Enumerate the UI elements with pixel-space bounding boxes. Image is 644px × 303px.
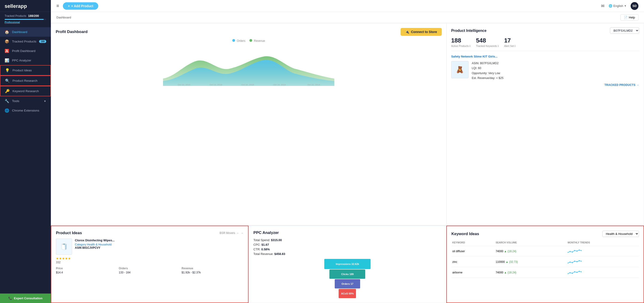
expert-label: Expert Consultation: [14, 297, 42, 300]
product-intelligence-panel: Product Intelligence B07FSXLMD2 188 Acti…: [446, 23, 644, 225]
asin-select[interactable]: B07FSXLMD2: [610, 27, 639, 34]
help-button[interactable]: 📄 Help: [620, 14, 638, 20]
expert-consultation-button[interactable]: 📞 Expert Consultation: [0, 294, 51, 303]
svg-point-8: [574, 250, 575, 251]
svg-point-15: [574, 261, 575, 262]
bsr-movers: BSR Movers ← →: [220, 231, 244, 235]
active-products-stat: 188 Active Products ℹ: [451, 37, 470, 47]
add-product-button[interactable]: + + Add Product: [63, 2, 98, 10]
svg-point-13: [569, 262, 570, 263]
product-metrics: Price Orders Revenue $14.4 133 - 164 $1.…: [56, 267, 244, 274]
connect-label: Connect to Store: [411, 30, 437, 34]
kw-name: oil diffuser: [452, 246, 495, 257]
alert-set-stat: 17 Alert Set ℹ: [504, 37, 516, 47]
sidebar-item-tracked-products[interactable]: 📦 Tracked Products 188: [0, 37, 51, 46]
intel-panel-header: Product Intelligence B07FSXLMD2: [451, 27, 639, 34]
tracked-products-link[interactable]: TRACKED PRODUCTS →: [451, 83, 639, 87]
svg-text:Oct 22, 2018: Oct 22, 2018: [308, 83, 320, 86]
orders-legend: Orders: [232, 39, 245, 42]
sidebar-item-ppc-analyzer[interactable]: 📊 PPC Analyzer: [0, 56, 51, 65]
mail-icon[interactable]: ✉: [601, 3, 604, 8]
svg-point-20: [569, 272, 570, 274]
language-selector[interactable]: 🌐 English ▼: [609, 4, 626, 8]
logo-text: sellerapp: [4, 3, 27, 9]
tracked-products-icon: 📦: [4, 39, 9, 44]
product-ideas-title: Product Ideas: [56, 231, 82, 235]
category-select[interactable]: Health & Household: [602, 231, 639, 237]
svg-point-18: [581, 261, 582, 262]
revenue-label: Revenue: [182, 267, 244, 270]
keyword-row: airborne 74000 ▲ (18.24): [452, 267, 639, 278]
tracked-products-header: Tracked Products 188/200: [0, 12, 51, 18]
tracked-count: 188/200: [28, 14, 39, 17]
kw-trend-chart: [567, 257, 639, 267]
funnel-clicks: Clicks 189: [330, 270, 365, 279]
sidebar-item-tools[interactable]: 🔧 Tools ▼: [0, 96, 51, 106]
trend-indicator: ▲ (18.24): [504, 271, 516, 274]
intel-product-link[interactable]: Safety Network Slime KIT Girls...: [451, 55, 639, 58]
svg-text:Oct 19, 2018: Oct 19, 2018: [273, 83, 286, 86]
svg-point-21: [572, 273, 573, 274]
sidebar-item-keyword-research[interactable]: 🔑 Keyword Research: [0, 86, 51, 96]
kw-name: airborne: [452, 267, 495, 278]
topbar-right: ✉ 🌐 English ▼ SD: [601, 2, 638, 10]
product-info: Clorox Disinfecting Wipes... Category He…: [75, 239, 244, 250]
language-label: English: [613, 4, 623, 8]
chrome-icon: 🌐: [4, 108, 9, 113]
tracked-keywords-stat: 548 Tracked Keywords ℹ: [476, 37, 498, 47]
tracked-badge: 188: [39, 40, 46, 43]
menu-icon[interactable]: ≡: [56, 3, 59, 8]
funnel-orders: Orders 17: [335, 279, 360, 289]
trend-sparkline: [568, 259, 582, 264]
main-content: ≡ + + Add Product ✉ 🌐 English ▼ SD Dashb…: [51, 0, 644, 303]
kw-col-vol: SEARCH VOLUME: [495, 240, 567, 246]
keyword-ideas-panel: Keyword Ideas Health & Household KEYWORD…: [446, 226, 644, 303]
ppc-stats: Total Spend: $315.00 CPC: $1.67 CTR: 0.5…: [253, 238, 441, 256]
ppc-icon: 📊: [4, 58, 9, 63]
svg-point-16: [576, 261, 578, 262]
info-icon: ℹ: [470, 44, 470, 47]
info-icon: ℹ: [498, 44, 498, 47]
ppc-analyzer-panel: PPC Analyzer Total Spend: $315.00 CPC: $…: [248, 226, 446, 303]
kw-col-trends: MONTHLY TRENDS: [567, 240, 639, 246]
product-rating-row: ★★★★★ 332: [56, 257, 244, 264]
product-card: 🧻 Clorox Disinfecting Wipes... Category …: [56, 239, 244, 255]
bsr-right-arrow[interactable]: →: [241, 231, 244, 235]
dashboard-grid: Profit Dashboard 🔌 Connect to Store Orde…: [51, 23, 644, 225]
sidebar-item-label: PPC Analyzer: [12, 59, 31, 62]
trend-indicator: ▲ (18.24): [504, 250, 516, 253]
cpc-stat: CPC: $1.67: [253, 243, 441, 246]
sidebar-item-dashboard[interactable]: 🏠 Dashboard: [0, 27, 51, 37]
plug-icon: 🔌: [405, 30, 409, 34]
intel-product-card: 🧸 ASIN: B07FSXLMD2 LQI: 60 Opportunity: …: [451, 61, 639, 81]
sidebar-item-profit-dashboard[interactable]: 🅰️ Profit Dashboard: [0, 46, 51, 56]
keyword-table: KEYWORD SEARCH VOLUME MONTHLY TRENDS oil…: [452, 240, 639, 278]
topbar: ≡ + + Add Product ✉ 🌐 English ▼ SD: [51, 0, 644, 12]
keyword-row: oil diffuser 74000 ▲ (18.24): [452, 246, 639, 257]
avatar[interactable]: SD: [630, 2, 638, 10]
profit-dashboard-title: Profit Dashboard: [56, 29, 88, 34]
connect-to-store-button[interactable]: 🔌 Connect to Store: [400, 28, 442, 36]
sidebar-item-label: Product Ideas: [12, 69, 32, 72]
keyword-row: zinc 110000 ▲ (32.73): [452, 257, 639, 267]
plan-label[interactable]: Professional: [0, 20, 51, 26]
bottom-row: Product Ideas BSR Movers ← → 🧻 Clorox Di…: [51, 225, 644, 303]
sidebar-item-chrome-extensions[interactable]: 🌐 Chrome Extensions: [0, 106, 51, 115]
product-ideas-panel: Product Ideas BSR Movers ← → 🧻 Clorox Di…: [51, 226, 248, 303]
dashboard-icon: 🏠: [4, 30, 9, 34]
kw-name: zinc: [452, 257, 495, 267]
breadcrumb-text: Dashboard: [56, 16, 71, 19]
content-area: Dashboard 📄 Help Profit Dashboard 🔌 Conn…: [51, 12, 644, 303]
sidebar-item-product-ideas[interactable]: 💡 Product Ideas: [0, 65, 51, 75]
alert-num: 17: [504, 37, 516, 44]
total-revenue: Total Revenue: $458.83: [253, 252, 441, 256]
logo: sellerapp: [0, 0, 51, 12]
info-icon: ℹ: [514, 44, 516, 47]
product-category: Category Health & Household: [75, 243, 244, 246]
sidebar-item-label: Dashboard: [12, 30, 27, 34]
intel-product-image: 🧸: [451, 61, 468, 78]
funnel-impressions: Impressions 32.62k: [324, 259, 370, 269]
kw-col-keyword: KEYWORD: [452, 240, 495, 246]
sidebar-item-product-research[interactable]: 🔍 Product Research: [0, 75, 51, 86]
bsr-left-arrow[interactable]: ←: [236, 231, 239, 235]
